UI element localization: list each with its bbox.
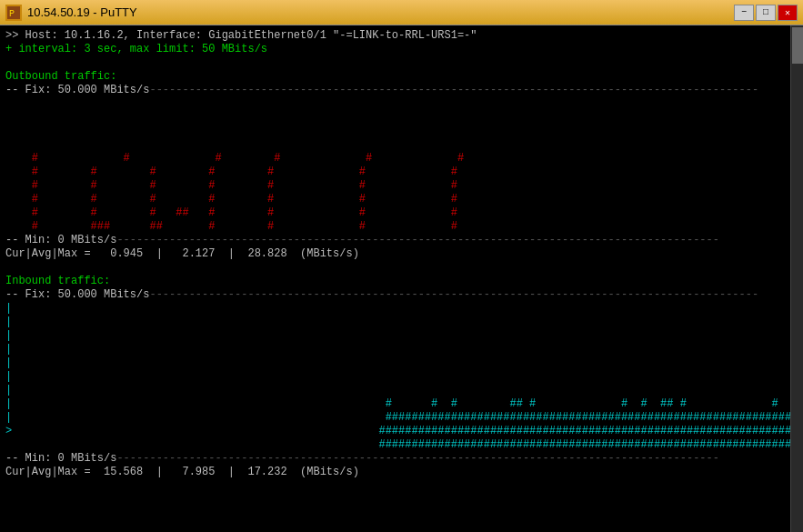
scrollbar[interactable] bbox=[790, 25, 803, 532]
titlebar-left: P 10.54.50.19 - PuTTY bbox=[5, 5, 137, 21]
inbound-chart-row5: | bbox=[5, 356, 798, 370]
inbound-chart-row1: | bbox=[5, 302, 798, 316]
terminal-line-interval: + interval: 3 sec, max limit: 50 MBits/s bbox=[5, 43, 798, 56]
terminal-line-blank1 bbox=[5, 56, 798, 70]
terminal[interactable]: >> Host: 10.1.16.2, Interface: GigabitEt… bbox=[0, 25, 803, 532]
outbound-chart-row1: # # # # # # bbox=[5, 152, 798, 166]
terminal-line-blank5 bbox=[5, 138, 798, 152]
maximize-button[interactable]: □ bbox=[756, 5, 776, 21]
close-button[interactable]: ✕ bbox=[778, 5, 798, 21]
window-title: 10.54.50.19 - PuTTY bbox=[27, 5, 137, 19]
inbound-chart-row6: | bbox=[5, 370, 798, 384]
outbound-chart-row2: # # # # # # # bbox=[5, 166, 798, 179]
putty-icon: P bbox=[5, 5, 22, 21]
outbound-chart-row3: # # # # # # # bbox=[5, 179, 798, 193]
inbound-chart-row4: | bbox=[5, 343, 798, 356]
terminal-outbound-fix: -- Fix: 50.000 MBits/s------------------… bbox=[5, 84, 798, 97]
inbound-chart-row11: ########################################… bbox=[5, 438, 798, 452]
terminal-line-host: >> Host: 10.1.16.2, Interface: GigabitEt… bbox=[5, 29, 798, 43]
terminal-line-blank4 bbox=[5, 125, 798, 138]
inbound-chart-row8: | # # # ## # # # ## # # bbox=[5, 397, 798, 411]
terminal-outbound-label: Outbound traffic: bbox=[5, 70, 798, 84]
svg-text:P: P bbox=[9, 9, 15, 19]
terminal-inbound-fix: -- Fix: 50.000 MBits/s------------------… bbox=[5, 288, 798, 302]
terminal-inbound-min: -- Min: 0 MBits/s-----------------------… bbox=[5, 452, 798, 466]
inbound-chart-row10: > ######################################… bbox=[5, 425, 798, 438]
terminal-inbound-label: Inbound traffic: bbox=[5, 275, 798, 288]
terminal-line-blank2 bbox=[5, 97, 798, 111]
titlebar-buttons: − □ ✕ bbox=[734, 5, 798, 21]
titlebar: P 10.54.50.19 - PuTTY − □ ✕ bbox=[0, 0, 803, 25]
terminal-line-blank6 bbox=[5, 261, 798, 275]
terminal-outbound-stats: Cur|Avg|Max = 0.945 | 2.127 | 28.828 (MB… bbox=[5, 247, 798, 261]
outbound-chart-row4: # # # # # # # bbox=[5, 193, 798, 206]
outbound-chart-row6: # ### ## # # # # bbox=[5, 220, 798, 234]
inbound-chart-row2: | bbox=[5, 316, 798, 329]
scrollbar-thumb[interactable] bbox=[792, 27, 803, 64]
minimize-button[interactable]: − bbox=[734, 5, 754, 21]
terminal-line-blank3 bbox=[5, 111, 798, 125]
inbound-chart-row9: | ######################################… bbox=[5, 411, 798, 425]
outbound-chart-row5: # # # ## # # # # bbox=[5, 206, 798, 220]
window: P 10.54.50.19 - PuTTY − □ ✕ >> Host: 10.… bbox=[0, 0, 803, 532]
terminal-inbound-stats: Cur|Avg|Max = 15.568 | 7.985 | 17.232 (M… bbox=[5, 466, 798, 479]
inbound-chart-row7: | bbox=[5, 384, 798, 397]
terminal-outbound-min: -- Min: 0 MBits/s-----------------------… bbox=[5, 234, 798, 247]
inbound-chart-row3: | bbox=[5, 329, 798, 343]
